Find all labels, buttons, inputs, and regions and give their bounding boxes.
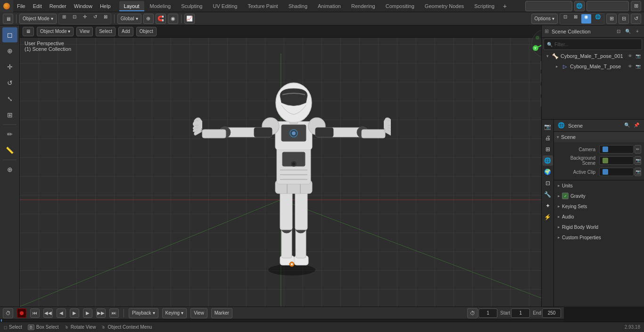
tab-compositing[interactable]: Compositing <box>381 1 419 11</box>
tab-rendering[interactable]: Rendering <box>347 1 380 11</box>
viewport-view-btn[interactable]: View <box>76 27 93 36</box>
bg-icon-btn[interactable]: 📷 <box>635 156 641 165</box>
gizmo-btn[interactable]: ↺ <box>631 14 641 24</box>
scene-icon-btn[interactable]: 🌐 <box>574 1 585 11</box>
camera-field[interactable] <box>599 145 634 154</box>
props-object-btn[interactable]: ⊡ <box>543 178 553 188</box>
scale-icon-btn[interactable]: ⊠ <box>101 14 110 24</box>
graph-btn[interactable]: 📈 <box>184 14 195 24</box>
audio-section[interactable]: ▸ Audio <box>554 211 644 222</box>
current-frame-input[interactable] <box>479 308 497 318</box>
props-world-btn[interactable]: 🌍 <box>543 167 553 177</box>
marker-btn[interactable]: Marker <box>211 308 232 318</box>
add-workspace-button[interactable]: + <box>500 1 510 11</box>
background-scene-field[interactable] <box>599 156 634 165</box>
item-view-icon-1[interactable]: 👁 <box>627 53 633 59</box>
rigid-body-section[interactable]: ▸ Rigid Body World <box>554 222 644 232</box>
outliner-search-icon[interactable]: 🔍 <box>624 28 632 35</box>
tab-geometry-nodes[interactable]: Geometry Nodes <box>420 1 469 11</box>
next-keyframe-btn[interactable]: ▶▶ <box>96 308 106 318</box>
tab-scripting[interactable]: Scripting <box>470 1 499 11</box>
menu-render[interactable]: Render <box>46 0 70 12</box>
props-modifier-btn[interactable]: 🔧 <box>543 189 553 200</box>
prev-keyframe-btn[interactable]: ◀◀ <box>43 308 53 318</box>
scene-selector[interactable] <box>525 1 572 11</box>
transform-orientation-btn[interactable]: Global ▾ <box>117 14 141 24</box>
menu-edit[interactable]: Edit <box>29 0 46 12</box>
menu-window[interactable]: Window <box>70 0 96 12</box>
tab-texture-paint[interactable]: Texture Paint <box>243 1 282 11</box>
view-btn[interactable]: View <box>190 308 207 318</box>
props-physics-btn[interactable]: ⚡ <box>543 212 553 222</box>
snap-btn[interactable]: 🧲 <box>156 14 166 24</box>
tool-add[interactable]: ⊕ <box>2 162 17 177</box>
item-render-icon-2[interactable]: 📷 <box>635 63 641 70</box>
record-btn[interactable] <box>17 308 26 318</box>
viewport-add-btn[interactable]: Add <box>118 27 133 36</box>
tool-measure[interactable]: 📏 <box>2 143 17 158</box>
frame-timer-icon[interactable]: ⏱ <box>467 308 478 318</box>
material-btn[interactable]: ◉ <box>581 14 591 24</box>
jump-end-btn[interactable]: ⏭ <box>109 308 119 318</box>
custom-props-section[interactable]: ▸ Custom Properties <box>554 232 644 243</box>
tab-shading[interactable]: Shading <box>284 1 312 11</box>
clip-icon-btn[interactable]: 📷 <box>635 168 641 176</box>
step-back-btn[interactable]: ◀ <box>57 308 66 318</box>
expand-icon-2[interactable]: ▸ <box>554 64 560 69</box>
viewport-select-btn[interactable]: Select <box>96 27 116 36</box>
tool-move[interactable]: ✛ <box>2 59 17 74</box>
outliner-search-bar[interactable]: 🔍 Filter... <box>544 39 642 50</box>
mode-selector[interactable]: Object Mode ▾ <box>19 14 57 24</box>
viewport-object-btn[interactable]: Object <box>136 27 157 36</box>
expand-icon-1[interactable]: ▾ <box>545 53 550 59</box>
camera-eyedropper-btn[interactable]: ✏ <box>635 145 641 154</box>
props-view-layer-btn[interactable]: ⊞ <box>543 144 553 154</box>
cursor-icon-btn[interactable]: ⊡ <box>70 14 79 24</box>
menu-file[interactable]: File <box>13 0 29 12</box>
outliner-new-collection-icon[interactable]: + <box>634 28 641 35</box>
playback-btn[interactable]: Playback ▾ <box>129 308 158 318</box>
tool-select[interactable]: ◻ <box>2 27 17 42</box>
outliner-item-cyborg001[interactable]: ▾ 🦴 Cyborg_Male_T_pose_001 👁 📷 <box>542 51 644 61</box>
tab-layout[interactable]: Layout <box>119 1 144 11</box>
properties-pin-icon[interactable]: 📌 <box>634 122 640 129</box>
play-btn[interactable]: ▶ <box>70 308 79 318</box>
outliner-item-cyborg-mesh[interactable]: ▸ ▷ Cyborg_Male_T_pose 👁 📷 <box>542 61 644 72</box>
end-frame-input[interactable] <box>542 308 561 318</box>
jump-start-btn[interactable]: ⏮ <box>30 308 40 318</box>
rotate-icon-btn[interactable]: ↺ <box>91 14 100 24</box>
transform-pivot-btn[interactable]: ⊕ <box>143 14 154 24</box>
props-scene-btn[interactable]: 🌐 <box>543 155 553 166</box>
view-layer-icon-btn[interactable]: ⊞ <box>631 1 641 11</box>
active-clip-field[interactable] <box>599 168 634 176</box>
proportional-btn[interactable]: ◉ <box>168 14 178 24</box>
viewport-editor-type[interactable]: 🖥 <box>23 27 34 36</box>
solid-btn[interactable]: ⊠ <box>571 14 580 24</box>
props-output-btn[interactable]: 🖨 <box>543 133 553 143</box>
step-fwd-btn[interactable]: ▶ <box>83 308 92 318</box>
tab-uv-editing[interactable]: UV Editing <box>208 1 242 11</box>
editor-type-btn[interactable]: 🖥 <box>3 14 13 24</box>
overlay-btn[interactable]: ⊞ <box>606 14 617 24</box>
units-section[interactable]: ▸ Units <box>554 180 644 191</box>
move-icon-btn[interactable]: ✛ <box>80 14 90 24</box>
viewport-3d[interactable]: 🖥 Object Mode ▾ View Select Add Object U… <box>20 25 564 307</box>
scene-section-header[interactable]: ▾ Scene <box>554 132 644 142</box>
outliner-filter-icon[interactable]: ⊡ <box>615 28 622 35</box>
tab-modeling[interactable]: Modeling <box>145 1 176 11</box>
wireframe-btn[interactable]: ⊡ <box>561 14 570 24</box>
tool-cursor[interactable]: ⊕ <box>2 43 17 58</box>
keying-sets-section[interactable]: ▸ Keying Sets <box>554 201 644 211</box>
item-view-icon-2[interactable]: 👁 <box>627 63 633 70</box>
timeline-editor-type[interactable]: ⏱ <box>3 308 13 318</box>
xray-btn[interactable]: ⊟ <box>619 14 629 24</box>
keying-btn[interactable]: Keying ▾ <box>162 308 187 318</box>
properties-filter-icon[interactable]: 🔍 <box>624 122 631 129</box>
tool-rotate[interactable]: ↺ <box>2 75 17 90</box>
select-icon-btn[interactable]: ⊞ <box>59 14 69 24</box>
viewport-mode-btn[interactable]: Object Mode ▾ <box>37 27 74 36</box>
props-particles-btn[interactable]: ✦ <box>543 201 553 211</box>
start-frame-input[interactable] <box>511 308 530 318</box>
tab-animation[interactable]: Animation <box>313 1 346 11</box>
props-render-btn[interactable]: 📷 <box>543 121 553 132</box>
